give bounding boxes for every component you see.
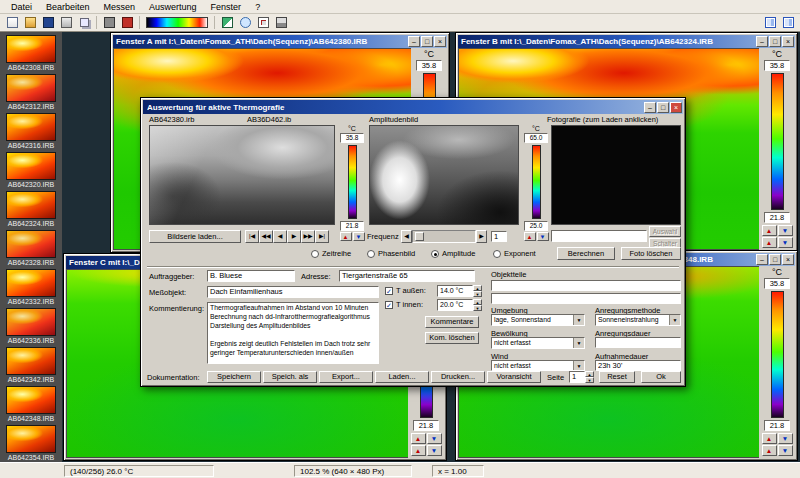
window-titlebar[interactable]: Fenster B mit I:\_Daten\Fomax_ATH\Dach(S… (458, 35, 795, 48)
fast-forward-button[interactable]: ▶▶ (301, 230, 315, 243)
scale-up-icon[interactable]: ▲ (340, 232, 352, 241)
dialog-titlebar[interactable]: Auswertung für aktive Thermografie – □ × (143, 100, 683, 114)
scale-max-input[interactable]: 65.0 (524, 133, 548, 143)
thumbnail-item[interactable]: AB642342.IRB (6, 347, 56, 384)
minimize-button[interactable]: – (756, 254, 768, 265)
wind-select[interactable]: nicht erfasst ▼ (491, 360, 585, 371)
ok-button[interactable]: Ok (641, 371, 681, 383)
t-out-checkbox[interactable]: ✓ T außen: (385, 286, 426, 295)
step-forward-button[interactable]: ▶ (287, 230, 301, 243)
clouds-select[interactable]: nicht erfasst ▼ (491, 337, 585, 349)
excitation-duration-input[interactable] (595, 337, 681, 348)
maximize-button[interactable]: □ (421, 36, 433, 47)
thumbnail-item[interactable]: AB642324.IRB (6, 191, 56, 228)
scale-down-icon[interactable]: ▼ (537, 232, 549, 241)
object-input[interactable]: Dach Einfamilienhaus (207, 286, 379, 298)
scale-min-input[interactable]: 21.8 (340, 221, 364, 231)
thumbnail-image[interactable] (6, 191, 56, 219)
photo-delete-button[interactable]: Foto löschen (621, 247, 681, 260)
close-button[interactable]: × (782, 254, 794, 265)
scale-min-input[interactable]: 21.8 (764, 212, 790, 223)
thumbnail-image[interactable] (6, 74, 56, 102)
print-icon[interactable] (58, 15, 74, 30)
photo-path-input[interactable] (551, 230, 647, 242)
histogram-icon[interactable] (273, 15, 289, 30)
scale-min-input[interactable]: 25.0 (524, 221, 548, 231)
thumbnail-image[interactable] (6, 35, 56, 63)
comments-button[interactable]: Kommentare (425, 316, 479, 328)
close-button[interactable]: × (434, 36, 446, 47)
scale-min-input[interactable]: 21.8 (764, 420, 790, 431)
scale-up-icon[interactable]: ▲ (762, 445, 777, 456)
print-button[interactable]: Drucken... (431, 371, 485, 383)
last-frame-button[interactable]: ▶| (315, 230, 329, 243)
window-titlebar[interactable]: Fenster A mit I:\_Daten\Fomax_ATH\Dach(S… (113, 35, 447, 48)
scale-max-input[interactable]: 35.8 (764, 60, 790, 71)
scale-up-icon[interactable]: ▲ (762, 237, 777, 248)
address-input[interactable]: Tiergartenstraße 65 (339, 270, 475, 282)
preview-button[interactable]: Voransicht (487, 371, 541, 383)
comment-textarea[interactable]: Thermografieaufnahmen im Abstand von 10 … (207, 302, 379, 364)
radio-amplitude[interactable]: Amplitude (431, 249, 475, 258)
thumbnail-image[interactable] (6, 113, 56, 141)
environment-select[interactable]: lage, Sonnenstand ▼ (491, 314, 585, 326)
recording-duration-input[interactable]: 23h 30' (595, 360, 681, 371)
thumbnail-item[interactable]: AB642348.IRB (6, 386, 56, 423)
first-frame-button[interactable]: |◀ (245, 230, 259, 243)
close-button[interactable]: × (782, 36, 794, 47)
new-document-icon[interactable] (4, 15, 20, 30)
chevron-down-icon[interactable]: ▼ (669, 315, 680, 325)
thumbnail-image[interactable] (6, 152, 56, 180)
slider-track[interactable] (412, 230, 476, 243)
scale-up-icon[interactable]: ▲ (762, 433, 777, 444)
object-parts-input-2[interactable] (491, 293, 681, 304)
save-button[interactable]: Speichern (207, 371, 261, 383)
reset-button[interactable]: Reset (599, 371, 635, 383)
frequency-slider[interactable]: ◀ ▶ (401, 230, 487, 243)
save-icon[interactable] (40, 15, 56, 30)
scale-min-input[interactable]: 21.8 (413, 420, 439, 431)
export-button[interactable]: Export... (319, 371, 373, 383)
scale-up-icon[interactable]: ▲ (762, 225, 777, 236)
thermogram-image[interactable] (149, 125, 335, 225)
chart-icon[interactable] (219, 15, 235, 30)
thumbnail-item[interactable]: AB642308.IRB (6, 35, 56, 72)
chevron-down-icon[interactable]: ▼ (573, 315, 584, 325)
measure-icon[interactable] (255, 15, 271, 30)
spin-down-icon[interactable]: ▼ (585, 377, 594, 383)
maximize-button[interactable]: □ (657, 102, 669, 113)
page-input[interactable]: 1 (569, 371, 585, 383)
layout-grid-left-icon[interactable] (762, 15, 778, 30)
palette-gradient-strip[interactable] (144, 15, 210, 30)
object-parts-input-1[interactable] (491, 280, 681, 291)
step-back-button[interactable]: ◀ (273, 230, 287, 243)
thumbnail-item[interactable]: AB642312.IRB (6, 74, 56, 111)
compute-button[interactable]: Berechnen (557, 247, 615, 260)
frequency-value-input[interactable]: 1 (491, 231, 507, 242)
save-as-button[interactable]: Speich. als (263, 371, 317, 383)
scale-max-input[interactable]: 35.8 (764, 278, 790, 289)
thumbnail-image[interactable] (6, 308, 56, 336)
thumbnail-image[interactable] (6, 347, 56, 375)
open-folder-icon[interactable] (22, 15, 38, 30)
scale-down-icon[interactable]: ▼ (778, 225, 793, 236)
menu-item-bearbeiten[interactable]: Bearbeiten (39, 1, 97, 13)
minimize-button[interactable]: – (756, 36, 768, 47)
zoom-icon[interactable] (237, 15, 253, 30)
maximize-button[interactable]: □ (769, 36, 781, 47)
thumbnail-image[interactable] (6, 386, 56, 414)
thumbnail-image[interactable] (6, 269, 56, 297)
amplitude-image[interactable] (369, 125, 519, 225)
menu-item-fenster[interactable]: Fenster (204, 1, 249, 13)
scale-down-icon[interactable]: ▼ (427, 445, 442, 456)
load-button[interactable]: Laden... (375, 371, 429, 383)
comments-clear-button[interactable]: Kom. löschen (425, 332, 479, 344)
slider-left-icon[interactable]: ◀ (401, 230, 412, 243)
photo-select-button[interactable]: Auswahl (649, 226, 681, 237)
menu-item-datei[interactable]: Datei (4, 1, 39, 13)
chevron-down-icon[interactable]: ▼ (573, 338, 584, 348)
slider-right-icon[interactable]: ▶ (476, 230, 487, 243)
scale-down-icon[interactable]: ▼ (778, 237, 793, 248)
photo-image-placeholder[interactable] (551, 125, 681, 225)
t-out-input[interactable]: 14.0 °C (437, 285, 473, 297)
